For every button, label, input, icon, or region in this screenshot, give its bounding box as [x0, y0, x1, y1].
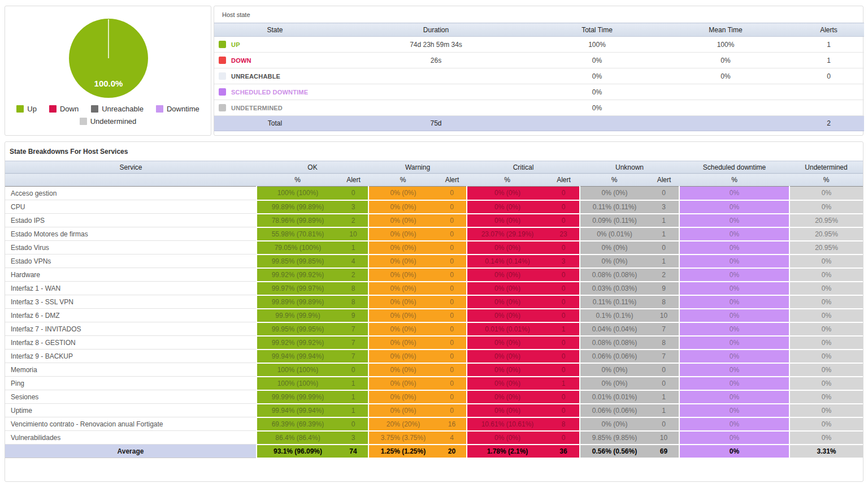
- warning-percent-cell: 1.25% (1.25%): [368, 445, 437, 458]
- ok-alert-cell: 0: [338, 363, 368, 377]
- ok-alert-cell: 8: [338, 282, 368, 295]
- host-state-row: DOWN26s0%0%1: [214, 53, 864, 68]
- service-row: Estado IPS78.96% (99.89%)20% (0%)00% (0%…: [5, 214, 863, 227]
- state-swatch-icon: [219, 104, 226, 111]
- sub-header-percent: %: [257, 174, 338, 187]
- host-header-row: StateDurationTotal TimeMean TimeAlerts: [214, 23, 864, 37]
- services-sub-header-row: %Alert%Alert%Alert%Alert%%: [5, 174, 863, 187]
- alerts-cell: 1: [793, 53, 864, 68]
- legend-swatch-icon: [16, 105, 24, 113]
- unknown-alert-cell: 8: [649, 295, 679, 309]
- unknown-percent-cell: 0.06% (0.06%): [580, 350, 649, 363]
- legend-swatch-icon: [156, 105, 163, 113]
- unknown-alert-cell: 7: [649, 350, 679, 363]
- critical-alert-cell: 0: [548, 431, 580, 445]
- host-state-cell: UNDETERMINED: [214, 100, 336, 116]
- ok-alert-cell: 2: [338, 268, 368, 282]
- ok-percent-cell: 99.97% (99.97%): [257, 282, 338, 295]
- warning-percent-cell: 0% (0%): [368, 282, 437, 295]
- undetermined-percent-cell: 0%: [789, 404, 863, 417]
- undetermined-percent-cell: 0%: [789, 377, 863, 390]
- service-name-cell: Estado VPNs: [5, 255, 257, 268]
- unknown-alert-cell: 1: [649, 255, 679, 268]
- critical-percent-cell: 0% (0%): [467, 404, 548, 417]
- warning-alert-cell: 0: [437, 268, 467, 282]
- service-row: Hardware99.92% (99.92%)20% (0%)00% (0%)0…: [5, 268, 863, 282]
- sub-header-empty: [5, 174, 257, 187]
- undetermined-percent-cell: 20.95%: [789, 214, 863, 227]
- ok-percent-cell: 99.92% (99.92%): [257, 336, 338, 350]
- sub-header-alert: Alert: [649, 174, 679, 187]
- column-header-warning: Warning: [368, 161, 467, 174]
- ok-alert-cell: 2: [338, 214, 368, 227]
- total-alerts-cell: 2: [793, 116, 864, 131]
- ok-percent-cell: 93.1% (96.09%): [257, 445, 338, 458]
- critical-percent-cell: 0% (0%): [467, 350, 548, 363]
- unknown-alert-cell: 10: [649, 431, 679, 445]
- warning-percent-cell: 0% (0%): [368, 336, 437, 350]
- warning-percent-cell: 0% (0%): [368, 295, 437, 309]
- warning-alert-cell: 0: [437, 282, 467, 295]
- scheduled-downtime-percent-cell: 0%: [679, 282, 789, 295]
- unknown-percent-cell: 0.11% (0.11%): [580, 200, 649, 214]
- ok-alert-cell: 1: [338, 390, 368, 404]
- critical-percent-cell: 0% (0%): [467, 241, 548, 255]
- state-swatch-icon: [219, 88, 226, 96]
- warning-alert-cell: 0: [437, 363, 467, 377]
- mean-time-cell: 100%: [658, 37, 793, 53]
- ok-alert-cell: 1: [338, 377, 368, 390]
- service-name-cell: Interfaz 1 - WAN: [5, 282, 257, 295]
- warning-percent-cell: 0% (0%): [368, 268, 437, 282]
- legend-swatch-icon: [91, 105, 98, 113]
- critical-percent-cell: 23.07% (29.19%): [467, 227, 548, 241]
- column-header-undetermined: Undetermined: [789, 161, 863, 174]
- service-row: Interfaz 9 - BACKUP99.94% (99.94%)70% (0…: [5, 350, 863, 363]
- warning-alert-cell: 0: [437, 187, 467, 200]
- unknown-percent-cell: 0% (0%): [580, 255, 649, 268]
- state-swatch-icon: [219, 57, 226, 64]
- alerts-cell: 1: [793, 37, 864, 53]
- duration-cell: [336, 100, 536, 116]
- critical-percent-cell: 0% (0%): [467, 377, 548, 390]
- total-time-cell: 0%: [536, 84, 658, 100]
- warning-percent-cell: 0% (0%): [368, 322, 437, 336]
- warning-alert-cell: 0: [437, 227, 467, 241]
- critical-percent-cell: 0% (0%): [467, 214, 548, 227]
- undetermined-percent-cell: 0%: [789, 363, 863, 377]
- service-row: Estado Virus79.05% (100%)10% (0%)00% (0%…: [5, 241, 863, 255]
- scheduled-downtime-percent-cell: 0%: [679, 268, 789, 282]
- total-time-cell: 0%: [536, 68, 658, 84]
- duration-cell: [336, 84, 536, 100]
- host-column-header: Mean Time: [658, 23, 793, 37]
- ok-percent-cell: 78.96% (99.89%): [257, 214, 338, 227]
- column-header-scheduled-downtime: Scheduled downtime: [679, 161, 789, 174]
- alerts-cell: [793, 100, 864, 116]
- legend-item-down: Down: [49, 105, 79, 113]
- service-row: Uptime99.94% (99.94%)10% (0%)00% (0%)00.…: [5, 404, 863, 417]
- service-name-cell: Interfaz 9 - BACKUP: [5, 350, 257, 363]
- warning-percent-cell: 0% (0%): [368, 350, 437, 363]
- unknown-alert-cell: 3: [649, 200, 679, 214]
- warning-alert-cell: 16: [437, 417, 467, 431]
- column-header-ok: OK: [257, 161, 368, 174]
- total-duration-cell: 75d: [336, 116, 536, 131]
- host-state-pie-panel: 100.0% UpDownUnreachableDowntimeUndeterm…: [5, 6, 211, 136]
- ok-percent-cell: 99.9% (99.9%): [257, 309, 338, 322]
- warning-alert-cell: 0: [437, 322, 467, 336]
- service-name-cell: Hardware: [5, 268, 257, 282]
- warning-alert-cell: 0: [437, 336, 467, 350]
- scheduled-downtime-percent-cell: 0%: [679, 350, 789, 363]
- critical-percent-cell: 0% (0%): [467, 309, 548, 322]
- services-breakdown-table: ServiceOKWarningCriticalUnknownScheduled…: [5, 161, 863, 459]
- ok-alert-cell: 9: [338, 309, 368, 322]
- warning-percent-cell: 0% (0%): [368, 309, 437, 322]
- service-name-cell: Interfaz 6 - DMZ: [5, 309, 257, 322]
- sub-header-alert: Alert: [548, 174, 580, 187]
- host-state-row: SCHEDULED DOWNTIME0%: [214, 84, 864, 100]
- service-row: Vencimiento contrato - Renovacion anual …: [5, 417, 863, 431]
- critical-percent-cell: 0% (0%): [467, 187, 548, 200]
- warning-alert-cell: 0: [437, 214, 467, 227]
- service-name-cell: Acceso gestion: [5, 187, 257, 200]
- ok-alert-cell: 7: [338, 350, 368, 363]
- undetermined-percent-cell: 20.95%: [789, 227, 863, 241]
